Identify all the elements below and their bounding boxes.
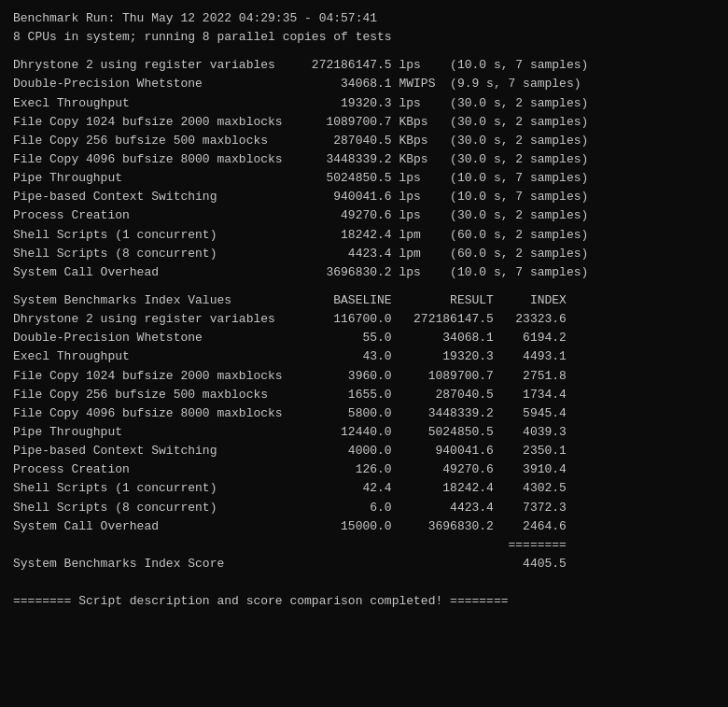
index-table-header: System Benchmarks Index Values BASELINE …: [13, 291, 715, 310]
index-table-row: Pipe-based Context Switching 4000.0 9400…: [13, 442, 715, 460]
index-table-row: Execl Throughput 43.0 19320.3 4493.1: [13, 347, 715, 366]
benchmark-output: Benchmark Run: Thu May 12 2022 04:29:35 …: [13, 9, 715, 611]
index-table-row: Shell Scripts (1 concurrent) 42.4 18242.…: [13, 479, 715, 498]
result-row: Pipe Throughput 5024850.5 lps (10.0 s, 7…: [13, 169, 715, 188]
result-row: Shell Scripts (1 concurrent) 18242.4 lpm…: [13, 226, 715, 245]
index-table-row: System Call Overhead 15000.0 3696830.2 2…: [13, 517, 715, 536]
result-row: Execl Throughput 19320.3 lps (30.0 s, 2 …: [13, 94, 715, 113]
index-table-row: File Copy 1024 bufsize 2000 maxblocks 39…: [13, 367, 715, 386]
result-row: Dhrystone 2 using register variables 272…: [13, 56, 715, 75]
footer-line: ======== Script description and score co…: [13, 592, 715, 611]
result-row: File Copy 256 bufsize 500 maxblocks 2870…: [13, 132, 715, 150]
results-section: Dhrystone 2 using register variables 272…: [13, 56, 715, 282]
result-row: Double-Precision Whetstone 34068.1 MWIPS…: [13, 75, 715, 93]
result-row: Shell Scripts (8 concurrent) 4423.4 lpm …: [13, 245, 715, 263]
result-row: Pipe-based Context Switching 940041.6 lp…: [13, 188, 715, 206]
header-line2: 8 CPUs in system; running 8 parallel cop…: [13, 28, 715, 47]
score-line: System Benchmarks Index Score 4405.5: [13, 555, 715, 573]
index-table-row: File Copy 256 bufsize 500 maxblocks 1655…: [13, 386, 715, 404]
index-table-row: Shell Scripts (8 concurrent) 6.0 4423.4 …: [13, 499, 715, 517]
result-row: File Copy 4096 bufsize 8000 maxblocks 34…: [13, 150, 715, 169]
result-row: File Copy 1024 bufsize 2000 maxblocks 10…: [13, 113, 715, 132]
index-table-row: Pipe Throughput 12440.0 5024850.5 4039.3: [13, 423, 715, 442]
index-table-row: Dhrystone 2 using register variables 116…: [13, 310, 715, 329]
index-table-row: Process Creation 126.0 49270.6 3910.4: [13, 460, 715, 479]
index-table-row: File Copy 4096 bufsize 8000 maxblocks 58…: [13, 404, 715, 423]
result-row: System Call Overhead 3696830.2 lps (10.0…: [13, 263, 715, 282]
index-table-section: System Benchmarks Index Values BASELINE …: [13, 291, 715, 573]
result-row: Process Creation 49270.6 lps (30.0 s, 2 …: [13, 206, 715, 225]
separator-line: ========: [13, 536, 715, 555]
header-line1: Benchmark Run: Thu May 12 2022 04:29:35 …: [13, 9, 715, 28]
index-table-row: Double-Precision Whetstone 55.0 34068.1 …: [13, 329, 715, 347]
